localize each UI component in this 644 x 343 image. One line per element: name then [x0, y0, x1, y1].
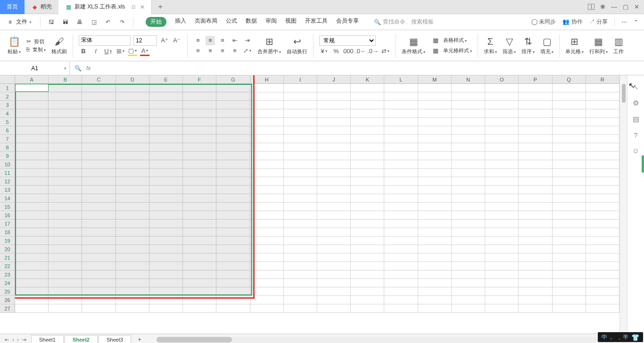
horizontal-scrollbar[interactable]	[157, 337, 619, 343]
align-left-icon[interactable]: ≡	[193, 46, 203, 56]
vertical-scrollbar[interactable]	[619, 75, 627, 334]
align-middle-icon[interactable]: ≡	[206, 36, 215, 45]
row-header[interactable]: 13	[0, 186, 15, 194]
select-all-corner[interactable]	[0, 75, 15, 84]
close-window-icon[interactable]: ✕	[634, 3, 639, 10]
sum-button[interactable]: Σ求和	[481, 32, 500, 59]
tab-data[interactable]: 数据	[246, 17, 257, 27]
sheet-first-icon[interactable]: ⇤	[5, 336, 9, 343]
copy-label[interactable]: 复制	[33, 46, 46, 53]
row-header[interactable]: 5	[0, 118, 15, 126]
tab-review[interactable]: 审阅	[265, 17, 277, 27]
side-style-icon[interactable]: ▤	[633, 115, 639, 123]
share-button[interactable]: ↗ 分享	[589, 18, 608, 26]
tab-docker[interactable]: ◆ 稻壳	[25, 0, 58, 14]
side-help-icon[interactable]: ?	[634, 131, 637, 139]
row-header[interactable]: 10	[0, 160, 15, 169]
command-search[interactable]: 🔍 查找命令、搜索模板	[374, 18, 434, 26]
sheet-prev-icon[interactable]: ‹	[12, 336, 14, 343]
font-name-combo[interactable]	[79, 35, 131, 46]
saveas-icon[interactable]: 🖬	[60, 17, 71, 27]
type-convert-icon[interactable]: ⇄	[380, 47, 390, 56]
italic-button[interactable]: I	[91, 47, 100, 56]
number-format-combo[interactable]: 常规	[319, 35, 376, 46]
col-header[interactable]: A	[15, 75, 49, 84]
col-header[interactable]: I	[284, 75, 317, 84]
tab-view[interactable]: 视图	[285, 17, 297, 27]
bold-button[interactable]: B	[79, 47, 88, 56]
row-header[interactable]: 27	[0, 304, 15, 313]
worksheet-button[interactable]: ▥工作	[611, 32, 627, 59]
col-header[interactable]: G	[216, 75, 250, 84]
col-header[interactable]: H	[250, 75, 284, 84]
tab-menu-icon[interactable]: ⊡	[132, 4, 135, 9]
tab-start[interactable]: 开始	[146, 17, 166, 27]
undo-icon[interactable]: ↶	[103, 17, 113, 27]
sheet-last-icon[interactable]: ⇥	[22, 336, 26, 343]
decimal-inc-icon[interactable]: .0←	[356, 47, 365, 56]
side-settings-icon[interactable]: ⚙	[633, 99, 639, 107]
col-header[interactable]: O	[485, 75, 519, 84]
col-header[interactable]: C	[82, 75, 116, 84]
align-center-icon[interactable]: ≡	[206, 46, 215, 56]
decimal-dec-icon[interactable]: .0→	[368, 47, 378, 56]
ribbon-more-icon[interactable]: ⋯	[621, 19, 627, 25]
row-header[interactable]: 11	[0, 169, 15, 177]
row-header[interactable]: 22	[0, 262, 15, 270]
font-size-combo[interactable]	[133, 35, 157, 46]
tab-member[interactable]: 会员专享	[336, 17, 359, 27]
minimize-icon[interactable]: —	[611, 3, 617, 10]
paste-button[interactable]: 📋粘贴	[5, 32, 24, 59]
orientation-icon[interactable]: ⤢	[242, 46, 252, 56]
indent-decrease-icon[interactable]: ⇤	[230, 36, 239, 45]
row-header[interactable]: 7	[0, 135, 15, 143]
col-header[interactable]: D	[116, 75, 149, 84]
col-header[interactable]: F	[183, 75, 216, 84]
cell-style-button[interactable]: 单元格样式	[443, 47, 472, 54]
col-header[interactable]: P	[519, 75, 552, 84]
skin-icon[interactable]: ❋	[600, 3, 605, 10]
border-button[interactable]: ⊞	[116, 47, 125, 56]
wrap-button[interactable]: ↩自动换行	[284, 32, 310, 59]
row-header[interactable]: 14	[0, 194, 15, 203]
fill-color-button[interactable]: ▢	[128, 47, 137, 56]
row-header[interactable]: 26	[0, 296, 15, 304]
side-select-icon[interactable]: ↖	[633, 83, 639, 91]
filter-button[interactable]: ▽筛选	[500, 32, 519, 59]
row-header[interactable]: 19	[0, 237, 15, 245]
decrease-font-icon[interactable]: A⁻	[172, 36, 182, 45]
indent-increase-icon[interactable]: ⇥	[242, 36, 252, 45]
currency-icon[interactable]: ¥	[319, 47, 329, 56]
row-header[interactable]: 24	[0, 279, 15, 287]
fill-button[interactable]: ▢填充	[537, 32, 556, 59]
copy-icon[interactable]: ⎘	[26, 46, 30, 53]
increase-font-icon[interactable]: A⁺	[160, 36, 169, 45]
row-header[interactable]: 20	[0, 245, 15, 253]
maximize-icon[interactable]: ▢	[623, 3, 628, 10]
row-header[interactable]: 6	[0, 126, 15, 135]
sheet-tab-3[interactable]: Sheet3	[99, 335, 131, 343]
row-header[interactable]: 2	[0, 92, 15, 101]
format-painter-button[interactable]: 🖌格式刷	[49, 32, 70, 59]
align-right-icon[interactable]: ≡	[218, 46, 227, 56]
row-header[interactable]: 23	[0, 270, 15, 279]
align-top-icon[interactable]: ≡	[193, 36, 203, 45]
underline-button[interactable]: U	[103, 47, 113, 56]
tab-home[interactable]: 首页	[0, 0, 25, 14]
percent-icon[interactable]: %	[331, 47, 341, 56]
row-header[interactable]: 18	[0, 228, 15, 237]
tab-formula[interactable]: 公式	[226, 17, 237, 27]
col-header[interactable]: N	[452, 75, 485, 84]
row-header[interactable]: 21	[0, 253, 15, 262]
row-header[interactable]: 12	[0, 177, 15, 186]
align-justify-icon[interactable]: ≡	[230, 46, 239, 56]
col-header[interactable]: M	[418, 75, 452, 84]
tab-close-icon[interactable]: ✕	[140, 4, 145, 10]
col-header[interactable]: K	[351, 75, 384, 84]
name-box[interactable]	[0, 61, 70, 75]
row-header[interactable]: 3	[0, 101, 15, 109]
sort-button[interactable]: ⇅排序	[519, 32, 537, 59]
redo-icon[interactable]: ↷	[117, 17, 127, 27]
sheet-tab-1[interactable]: Sheet1	[31, 335, 64, 343]
align-bottom-icon[interactable]: ≡	[218, 36, 227, 45]
